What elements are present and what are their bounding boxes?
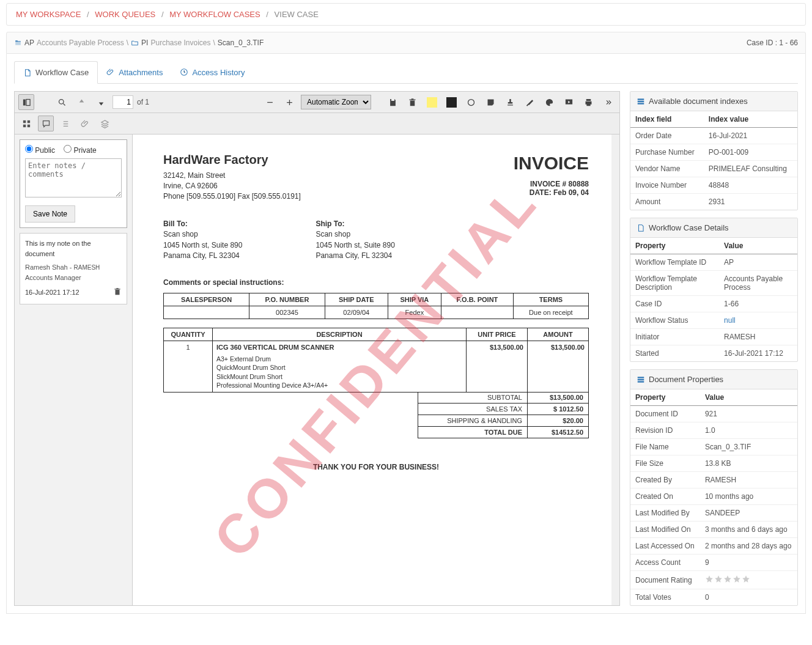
svg-rect-12 bbox=[638, 103, 644, 104]
breadcrumb-separator: / bbox=[87, 10, 89, 19]
invoice-thanks: THANK YOU FOR YOUR BUSINESS! bbox=[163, 463, 589, 471]
page-number-input[interactable] bbox=[113, 95, 133, 109]
stamp-button[interactable] bbox=[502, 94, 518, 110]
property: Case ID bbox=[630, 296, 719, 312]
value: Accounts Payable Process bbox=[719, 271, 797, 296]
note-textarea[interactable] bbox=[25, 158, 122, 197]
invoice-addr1: 32142, Main Street bbox=[163, 171, 301, 181]
sidebar-toggle-button[interactable] bbox=[18, 94, 34, 110]
comments-button[interactable] bbox=[38, 116, 54, 131]
value: 10 months ago bbox=[700, 488, 797, 505]
zoom-in-button[interactable] bbox=[281, 94, 297, 110]
viewer-toolbar: of 1 Automatic Zoom bbox=[15, 92, 619, 113]
file-icon bbox=[23, 68, 32, 77]
value: Scan_0_3.TIF bbox=[700, 439, 797, 455]
value: 2 months and 28 days ago bbox=[700, 538, 797, 555]
invoice-number: INVOICE # 80888 bbox=[514, 180, 589, 188]
paperclip-icon bbox=[106, 68, 115, 76]
table-row: File NameScan_0_3.TIF bbox=[630, 439, 797, 455]
note-input-panel: Public Private Save Note bbox=[20, 139, 127, 228]
index-field: Order Date bbox=[630, 128, 704, 144]
search-button[interactable] bbox=[54, 94, 70, 110]
tab-attachments[interactable]: Attachments bbox=[98, 61, 171, 83]
invoice-company: HardWare Factory bbox=[163, 153, 301, 167]
right-column: Available document indexes Index fieldIn… bbox=[630, 91, 798, 606]
invoice-date: DATE: Feb 09, 04 bbox=[514, 188, 589, 197]
more-button[interactable] bbox=[600, 94, 616, 110]
tab-workflow-case[interactable]: Workflow Case bbox=[14, 61, 98, 84]
path-file: Scan_0_3.TIF bbox=[218, 39, 264, 47]
ship-to: Ship To: Scan shop 1045 North st, Suite … bbox=[316, 219, 394, 262]
zoom-out-button[interactable] bbox=[262, 94, 278, 110]
table-row: Created On10 months ago bbox=[630, 488, 797, 505]
table-row: Workflow Statusnull bbox=[630, 312, 797, 329]
svg-rect-14 bbox=[638, 379, 644, 380]
property: Document ID bbox=[630, 406, 700, 422]
property: Created On bbox=[630, 488, 700, 505]
delete-button[interactable] bbox=[404, 94, 420, 110]
index-value: PO-001-009 bbox=[704, 144, 797, 161]
tab-access-history[interactable]: Access History bbox=[171, 61, 253, 83]
table-row: Document Rating bbox=[630, 571, 797, 589]
property: Document Rating bbox=[630, 571, 700, 589]
breadcrumb-work-queues[interactable]: WORK QUEUES bbox=[95, 10, 155, 19]
save-button[interactable] bbox=[385, 94, 400, 110]
svg-rect-2 bbox=[26, 99, 29, 105]
public-radio[interactable]: Public bbox=[25, 145, 55, 155]
note-author-user: RAMESH bbox=[73, 264, 100, 271]
invoice-phone: Phone [509.555.0190] Fax [509.555.0191] bbox=[163, 191, 301, 202]
property: Revision ID bbox=[630, 422, 700, 439]
svg-rect-6 bbox=[23, 120, 25, 123]
print-button[interactable] bbox=[580, 94, 596, 110]
table-row: Created ByRAMESH bbox=[630, 472, 797, 488]
value: RAMESH bbox=[700, 472, 797, 488]
highlight-button[interactable] bbox=[424, 94, 440, 110]
path-ap-code: AP bbox=[24, 39, 34, 47]
note-button[interactable] bbox=[482, 94, 498, 110]
file-icon bbox=[637, 224, 645, 232]
table-row: Case ID1-66 bbox=[630, 296, 797, 312]
path-sep: \ bbox=[213, 39, 215, 47]
svg-rect-15 bbox=[638, 381, 644, 382]
property: Last Modified By bbox=[630, 505, 700, 522]
circle-button[interactable] bbox=[463, 94, 479, 110]
document-content[interactable]: CONFIDENTIAL HardWare Factory 32142, Mai… bbox=[133, 135, 619, 605]
table-row: Order Date16-Jul-2021 bbox=[630, 128, 797, 144]
tab-label: Access History bbox=[192, 68, 245, 77]
indexes-panel: Available document indexes Index fieldIn… bbox=[630, 91, 798, 210]
list-icon bbox=[637, 375, 645, 384]
breadcrumb-current: VIEW CASE bbox=[275, 10, 319, 19]
invoice-comments-label: Comments or special instructions: bbox=[163, 278, 589, 287]
palette-button[interactable] bbox=[541, 94, 557, 110]
thumbnails-button[interactable] bbox=[18, 116, 34, 131]
note-text: This is my note on the document bbox=[25, 238, 122, 259]
invoice-addr2: Irvine, CA 92606 bbox=[163, 181, 301, 191]
breadcrumb-my-workspace[interactable]: MY WORKSPACE bbox=[16, 10, 81, 19]
path-pi-label: Purchase Invoices bbox=[150, 39, 210, 47]
workflow-icon bbox=[14, 39, 22, 47]
prev-page-button[interactable] bbox=[73, 94, 89, 110]
breadcrumb-my-workflow-cases[interactable]: MY WORKFLOW CASES bbox=[169, 10, 260, 19]
private-radio[interactable]: Private bbox=[64, 145, 97, 155]
index-value: 16-Jul-2021 bbox=[704, 128, 797, 144]
rating-stars[interactable] bbox=[705, 575, 750, 583]
redact-button[interactable] bbox=[443, 94, 459, 110]
panel-title: Document Properties bbox=[649, 375, 723, 384]
value: RAMESH bbox=[719, 329, 797, 345]
attachments-button[interactable] bbox=[77, 116, 93, 131]
clock-icon bbox=[180, 68, 188, 76]
svg-point-4 bbox=[468, 99, 474, 105]
outline-button[interactable] bbox=[57, 116, 73, 131]
table-row: Workflow Template IDAP bbox=[630, 254, 797, 271]
invoice-title: INVOICE bbox=[514, 153, 589, 174]
delete-note-button[interactable] bbox=[113, 287, 122, 299]
next-page-button[interactable] bbox=[93, 94, 109, 110]
zoom-select[interactable]: Automatic Zoom bbox=[301, 95, 371, 109]
save-note-button[interactable]: Save Note bbox=[25, 205, 75, 223]
sign-button[interactable] bbox=[522, 94, 537, 110]
presentation-button[interactable] bbox=[561, 94, 577, 110]
property: File Size bbox=[630, 455, 700, 472]
layers-button[interactable] bbox=[97, 116, 113, 131]
index-value: 2931 bbox=[704, 194, 797, 210]
svg-rect-8 bbox=[23, 125, 25, 127]
